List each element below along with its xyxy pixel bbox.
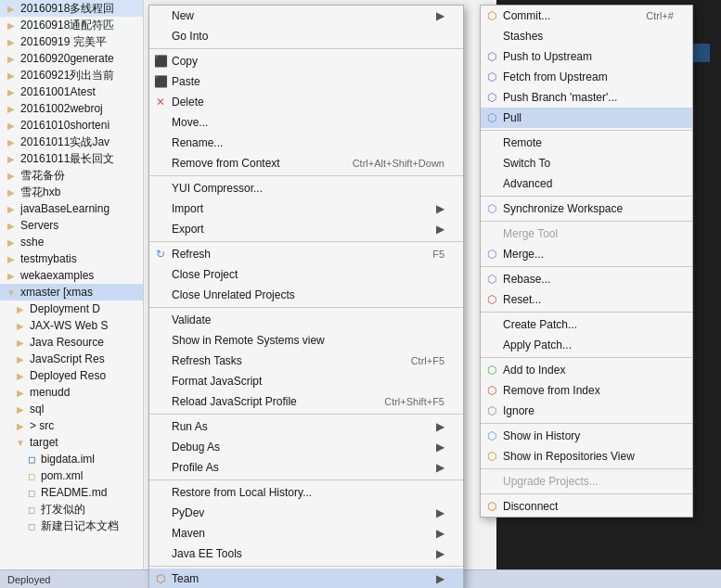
menu-item-rename[interactable]: Rename... <box>149 133 463 153</box>
menu-item-profile-as[interactable]: Profile As ▶ <box>149 457 463 478</box>
tree-label: target <box>30 436 58 449</box>
tree-item-bigdata[interactable]: ◻ bigdata.iml <box>0 451 143 467</box>
git-menu-rebase[interactable]: ⬡ Rebase... <box>481 269 692 289</box>
menu-item-go-into[interactable]: Go Into <box>149 26 463 46</box>
menu-item-export[interactable]: Export ▶ <box>149 219 463 239</box>
git-menu-create-patch[interactable]: Create Patch... <box>481 314 692 335</box>
submenu-arrow: ▶ <box>436 527 444 540</box>
menu-item-maven[interactable]: Maven ▶ <box>149 523 463 543</box>
menu-item-pydev[interactable]: PyDev ▶ <box>149 503 463 523</box>
git-menu-ignore[interactable]: ⬡ Ignore <box>481 401 692 421</box>
menu-item-delete[interactable]: ✕ Delete <box>149 92 463 112</box>
tree-item-xmaster[interactable]: ▼ xmaster [xmas <box>0 284 143 300</box>
git-menu-show-history[interactable]: ⬡ Show in History <box>481 426 692 446</box>
tree-item-deployment[interactable]: ▶ Deployment D <box>0 300 143 317</box>
tree-item-jax[interactable]: ▶ JAX-WS Web S <box>0 317 143 334</box>
tree-item-6[interactable]: ▶ 20161002webroj <box>0 100 143 117</box>
git-menu-remove-index[interactable]: ⬡ Remove from Index <box>481 380 692 401</box>
menu-item-run-as[interactable]: Run As ▶ <box>149 416 463 437</box>
folder-icon: ▶ <box>13 352 28 366</box>
git-menu-remote[interactable]: Remote <box>481 133 692 153</box>
menu-item-show-remote[interactable]: Show in Remote Systems view <box>149 330 463 351</box>
menu-item-refresh[interactable]: ↻ Refresh F5 <box>149 244 463 264</box>
git-menu-reset[interactable]: ⬡ Reset... <box>481 289 692 310</box>
tree-item-js-res[interactable]: ▶ JavaScript Res <box>0 351 143 367</box>
tree-item-16[interactable]: ▶ wekaexamples <box>0 267 143 284</box>
menu-item-close-project[interactable]: Close Project <box>149 264 463 285</box>
git-menu-merge-tool[interactable]: Merge Tool <box>481 224 692 244</box>
tree-item-readme[interactable]: ◻ README.md <box>0 484 143 501</box>
tree-label: 20160921列出当前 <box>20 68 114 83</box>
tree-item-java-res[interactable]: ▶ Java Resource <box>0 334 143 351</box>
tree-item-src[interactable]: ▶ > src <box>0 417 143 434</box>
shortcut-label: Ctrl+Alt+Shift+Down <box>334 158 444 169</box>
tree-item-13[interactable]: ▶ Servers <box>0 217 143 234</box>
tree-item-10[interactable]: ▶ 雪花备份 <box>0 167 143 184</box>
menu-item-team[interactable]: ⬡ Team ▶ <box>149 569 463 588</box>
menu-item-format-js[interactable]: Format JavaScript <box>149 371 463 391</box>
tree-item-15[interactable]: ▶ testmybatis <box>0 250 143 267</box>
menu-item-debug-as[interactable]: Debug As ▶ <box>149 437 463 457</box>
tree-label: > src <box>30 419 54 432</box>
folder-icon: ▶ <box>13 402 28 416</box>
apply-patch-icon <box>484 338 499 352</box>
folder-icon: ▶ <box>4 34 19 49</box>
tree-item-9[interactable]: ▶ 20161011最长回文 <box>0 150 143 167</box>
menu-item-import[interactable]: Import ▶ <box>149 198 463 219</box>
tree-item-xinjian[interactable]: ◻ 新建日记本文档 <box>0 518 143 534</box>
menu-item-javaee[interactable]: Java EE Tools ▶ <box>149 543 463 564</box>
menu-item-validate[interactable]: Validate <box>149 310 463 330</box>
menu-item-copy[interactable]: ⬛ Copy <box>149 51 463 71</box>
menu-item-new[interactable]: New ▶ <box>149 6 463 26</box>
git-menu-show-repos[interactable]: ⬡ Show in Repositories View <box>481 446 692 467</box>
tree-item-0[interactable]: ▶ 20160918多线程回 <box>0 0 143 17</box>
git-menu-push-branch[interactable]: ⬡ Push Branch 'master'... <box>481 87 692 108</box>
tree-item-4[interactable]: ▶ 20160921列出当前 <box>0 67 143 83</box>
git-menu-advanced[interactable]: Advanced <box>481 173 692 194</box>
tree-label: 20160920generate <box>20 52 114 65</box>
git-menu-apply-patch[interactable]: Apply Patch... <box>481 335 692 355</box>
tree-item-sql[interactable]: ▶ sql <box>0 401 143 417</box>
tree-item-2[interactable]: ▶ 20160919 完美平 <box>0 33 143 50</box>
git-menu-fetch[interactable]: ⬡ Fetch from Upstream <box>481 67 692 87</box>
tree-item-menudd[interactable]: ▶ menudd <box>0 384 143 401</box>
tree-label: 20161001Atest <box>20 85 96 98</box>
menu-item-restore-history[interactable]: Restore from Local History... <box>149 482 463 503</box>
tree-item-target[interactable]: ▼ target <box>0 434 143 451</box>
menu-item-yui[interactable]: YUI Compressor... <box>149 178 463 198</box>
separator <box>481 130 692 131</box>
folder-icon: ▶ <box>4 68 19 83</box>
git-menu-push-upstream[interactable]: ⬡ Push to Upstream <box>481 46 692 67</box>
git-menu-upgrade[interactable]: Upgrade Projects... <box>481 471 692 492</box>
menu-item-move[interactable]: Move... <box>149 112 463 133</box>
tree-item-deployed[interactable]: ▶ Deployed Reso <box>0 367 143 384</box>
history-icon: ⬡ <box>484 428 499 443</box>
tree-item-8[interactable]: ▶ 20161011实战Jav <box>0 134 143 150</box>
menu-item-close-unrelated[interactable]: Close Unrelated Projects <box>149 285 463 305</box>
debug-as-icon <box>153 440 168 454</box>
tree-item-11[interactable]: ▶ 雪花hxb <box>0 184 143 200</box>
separator <box>149 175 463 176</box>
submenu-arrow: ▶ <box>436 441 444 454</box>
tree-item-pom[interactable]: ◻ pom.xml <box>0 467 143 484</box>
tree-item-7[interactable]: ▶ 20161010shorteni <box>0 117 143 134</box>
git-menu-disconnect[interactable]: ⬡ Disconnect <box>481 496 692 517</box>
tree-item-14[interactable]: ▶ sshe <box>0 234 143 250</box>
git-menu-merge[interactable]: ⬡ Merge... <box>481 244 692 264</box>
tree-item-1[interactable]: ▶ 20160918通配符匹 <box>0 17 143 33</box>
menu-item-paste[interactable]: ⬛ Paste <box>149 71 463 92</box>
git-menu-stashes[interactable]: Stashes <box>481 26 692 46</box>
menu-item-reload-profile[interactable]: Reload JavaScript Profile Ctrl+Shift+F5 <box>149 391 463 412</box>
tree-item-dafusi[interactable]: ◻ 打发似的 <box>0 501 143 518</box>
menu-item-refresh-tasks[interactable]: Refresh Tasks Ctrl+F5 <box>149 351 463 371</box>
tree-item-5[interactable]: ▶ 20161001Atest <box>0 83 143 100</box>
menu-item-remove-context[interactable]: Remove from Context Ctrl+Alt+Shift+Down <box>149 153 463 173</box>
folder-icon: ▶ <box>13 318 28 333</box>
tree-item-3[interactable]: ▶ 20160920generate <box>0 50 143 67</box>
git-menu-add-index[interactable]: ⬡ Add to Index <box>481 360 692 380</box>
git-menu-switch-to[interactable]: Switch To <box>481 153 692 173</box>
git-menu-sync[interactable]: ⬡ Synchronize Workspace <box>481 198 692 219</box>
git-menu-pull[interactable]: ⬡ Pull <box>481 108 692 128</box>
git-menu-commit[interactable]: ⬡ Commit... Ctrl+# <box>481 6 692 26</box>
tree-item-12[interactable]: ▶ javaBaseLearning <box>0 200 143 217</box>
